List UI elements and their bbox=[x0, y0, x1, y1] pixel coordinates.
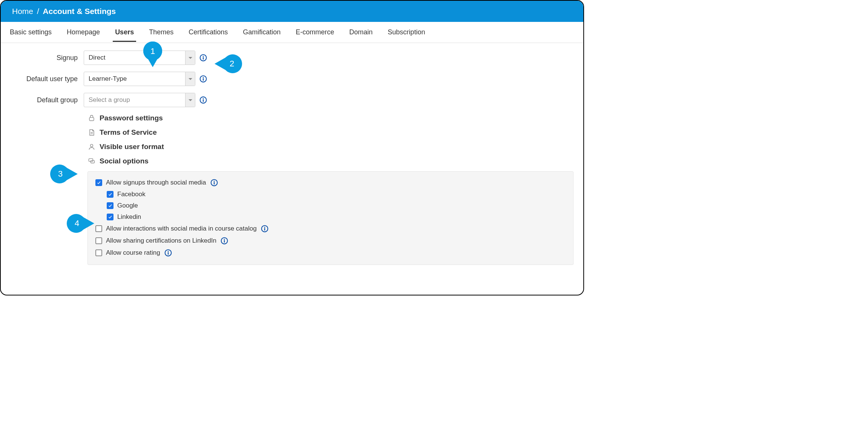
info-icon[interactable] bbox=[261, 225, 269, 233]
section-visible-user-format[interactable]: Visible user format bbox=[5, 143, 580, 151]
allow-catalog-label: Allow interactions with social media in … bbox=[106, 225, 257, 232]
breadcrumb-home-link[interactable]: Home bbox=[12, 7, 33, 15]
info-icon[interactable] bbox=[164, 249, 172, 257]
linkedin-label: Linkedin bbox=[117, 213, 141, 221]
info-icon[interactable] bbox=[210, 178, 218, 187]
svg-rect-15 bbox=[213, 182, 214, 185]
tab-gamification[interactable]: Gamification bbox=[243, 23, 281, 42]
signup-select-value: Direct bbox=[84, 54, 185, 62]
section-label: Terms of Service bbox=[100, 128, 157, 137]
info-icon[interactable] bbox=[220, 237, 229, 245]
tab-homepage[interactable]: Homepage bbox=[67, 23, 100, 42]
callout-number: 4 bbox=[75, 218, 86, 228]
section-terms-of-service[interactable]: Terms of Service bbox=[5, 128, 580, 137]
allow-share-checkbox[interactable] bbox=[95, 237, 102, 244]
signup-select[interactable]: Direct bbox=[84, 51, 195, 65]
default-user-type-select[interactable]: Learner-Type bbox=[84, 72, 195, 86]
tabs-nav: Basic settings Homepage Users Themes Cer… bbox=[1, 22, 583, 43]
svg-point-14 bbox=[213, 181, 215, 182]
google-label: Google bbox=[117, 202, 138, 209]
user-icon bbox=[87, 143, 96, 151]
callout-number: 2 bbox=[223, 59, 234, 69]
callout-1: 1 bbox=[142, 42, 163, 68]
callout-number: 3 bbox=[58, 169, 69, 179]
google-checkbox[interactable] bbox=[107, 202, 113, 209]
info-icon[interactable] bbox=[199, 96, 207, 104]
allow-share-label: Allow sharing certifications on LinkedIn bbox=[106, 237, 216, 245]
svg-rect-8 bbox=[203, 99, 204, 102]
svg-point-7 bbox=[203, 98, 204, 99]
breadcrumb-separator: / bbox=[35, 7, 41, 15]
svg-point-1 bbox=[203, 56, 204, 57]
tab-themes[interactable]: Themes bbox=[149, 23, 173, 42]
facebook-label: Facebook bbox=[117, 191, 146, 198]
default-user-type-label: Default user type bbox=[5, 75, 84, 83]
allow-signups-checkbox[interactable] bbox=[95, 179, 102, 186]
social-options-panel: Allow signups through social media Faceb… bbox=[87, 171, 574, 265]
svg-rect-18 bbox=[264, 228, 265, 231]
chevron-down-icon bbox=[185, 72, 195, 86]
svg-point-17 bbox=[264, 227, 265, 228]
signup-label: Signup bbox=[5, 54, 84, 62]
tab-users[interactable]: Users bbox=[115, 23, 134, 42]
svg-point-4 bbox=[203, 77, 204, 78]
default-user-type-value: Learner-Type bbox=[84, 75, 185, 83]
info-icon[interactable] bbox=[199, 75, 207, 83]
tab-basic-settings[interactable]: Basic settings bbox=[10, 23, 52, 42]
allow-rating-checkbox[interactable] bbox=[95, 249, 102, 256]
facebook-checkbox[interactable] bbox=[107, 191, 113, 198]
callout-4: 4 bbox=[66, 214, 95, 233]
allow-signups-label: Allow signups through social media bbox=[106, 179, 206, 186]
default-group-label: Default group bbox=[5, 96, 84, 104]
svg-rect-12 bbox=[91, 160, 95, 163]
tab-ecommerce[interactable]: E-commerce bbox=[296, 23, 334, 42]
window: Home / Account & Settings Basic settings… bbox=[0, 0, 584, 295]
svg-rect-5 bbox=[203, 78, 204, 81]
allow-rating-label: Allow course rating bbox=[106, 249, 160, 257]
content-area: Signup Direct Default user type Learner-… bbox=[1, 43, 583, 276]
default-group-select[interactable]: Select a group bbox=[84, 93, 195, 107]
callout-3: 3 bbox=[49, 165, 78, 183]
tab-certifications[interactable]: Certifications bbox=[189, 23, 228, 42]
svg-rect-24 bbox=[167, 252, 168, 255]
info-icon[interactable] bbox=[199, 54, 207, 62]
section-label: Visible user format bbox=[100, 143, 164, 151]
svg-point-23 bbox=[167, 251, 169, 252]
svg-rect-2 bbox=[203, 57, 204, 60]
lock-icon bbox=[87, 114, 96, 122]
allow-catalog-checkbox[interactable] bbox=[95, 225, 102, 232]
callout-2: 2 bbox=[214, 54, 243, 73]
breadcrumb: Home / Account & Settings bbox=[1, 1, 583, 22]
section-label: Password settings bbox=[100, 114, 163, 122]
tab-domain[interactable]: Domain bbox=[349, 23, 373, 42]
callout-number: 1 bbox=[150, 46, 155, 63]
section-password-settings[interactable]: Password settings bbox=[5, 114, 580, 122]
svg-rect-21 bbox=[224, 240, 225, 243]
section-social-options[interactable]: Social options bbox=[5, 157, 580, 165]
chevron-down-icon bbox=[185, 51, 195, 65]
document-icon bbox=[87, 128, 96, 137]
svg-point-10 bbox=[90, 144, 93, 147]
linkedin-checkbox[interactable] bbox=[107, 214, 113, 220]
chat-icon bbox=[87, 157, 96, 165]
svg-rect-9 bbox=[89, 117, 94, 120]
tab-subscription[interactable]: Subscription bbox=[388, 23, 425, 42]
chevron-down-icon bbox=[185, 93, 195, 107]
svg-point-20 bbox=[224, 239, 225, 240]
section-label: Social options bbox=[100, 157, 149, 165]
breadcrumb-title: Account & Settings bbox=[43, 7, 116, 15]
default-group-placeholder: Select a group bbox=[84, 96, 185, 104]
